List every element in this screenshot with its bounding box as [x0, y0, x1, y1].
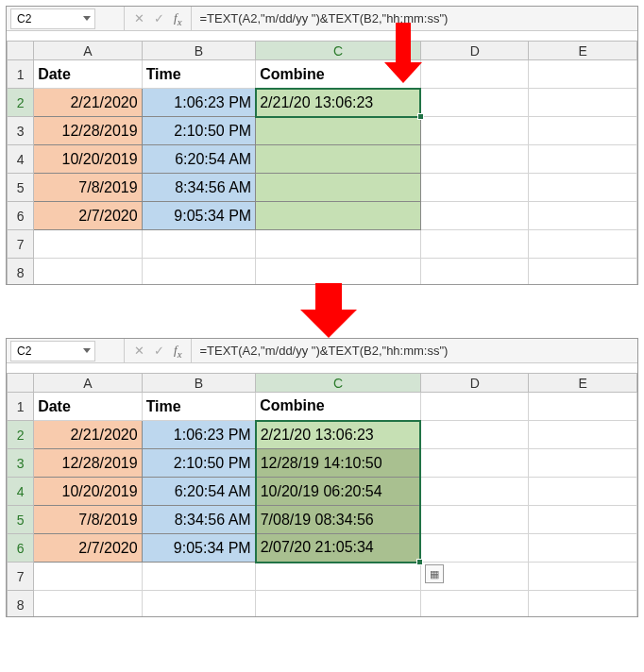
cell[interactable]: [420, 174, 529, 202]
cell[interactable]: [256, 259, 421, 285]
fx-icon[interactable]: fx: [174, 343, 181, 360]
cell[interactable]: 9:05:34 PM: [142, 202, 256, 230]
cell[interactable]: [529, 421, 637, 449]
cell[interactable]: 1:06:23 PM: [142, 89, 256, 117]
cell[interactable]: [529, 393, 637, 421]
cell[interactable]: [529, 591, 637, 617]
cell[interactable]: [529, 259, 637, 285]
autofill-options-icon[interactable]: ▦: [425, 564, 444, 583]
cell[interactable]: [420, 506, 529, 534]
cell[interactable]: [256, 145, 421, 174]
cell[interactable]: 7/8/2019: [34, 506, 143, 534]
spreadsheet-grid[interactable]: A B C D E 1 Date Time Combine 2 2/21/202…: [7, 41, 637, 284]
check-icon[interactable]: ✓: [154, 11, 164, 25]
row-header[interactable]: 5: [8, 506, 34, 534]
cell[interactable]: [34, 591, 143, 617]
check-icon[interactable]: ✓: [154, 344, 164, 358]
cancel-icon[interactable]: ✕: [134, 344, 144, 358]
cell[interactable]: [256, 230, 421, 259]
grid-area-bottom[interactable]: A B C D E 1 Date Time Combine 2 2/21/202…: [7, 373, 637, 616]
cell[interactable]: [420, 145, 529, 174]
cell[interactable]: [529, 145, 637, 174]
cell[interactable]: [420, 89, 529, 117]
cell[interactable]: [34, 259, 143, 285]
cell[interactable]: 2/21/2020: [34, 89, 143, 117]
col-header-A[interactable]: A: [34, 42, 143, 60]
row-header[interactable]: 5: [8, 174, 34, 202]
cell[interactable]: [256, 117, 421, 145]
cell[interactable]: [420, 259, 529, 285]
cell[interactable]: 2/07/20 21:05:34: [256, 534, 421, 563]
row-header[interactable]: 6: [8, 202, 34, 230]
cell[interactable]: [142, 563, 256, 591]
cell[interactable]: 2/7/2020: [34, 534, 143, 563]
cell[interactable]: [529, 117, 637, 145]
cell[interactable]: [420, 449, 529, 478]
cell[interactable]: [142, 591, 256, 617]
cell[interactable]: 2/7/2020: [34, 202, 143, 230]
active-cell[interactable]: 2/21/20 13:06:23: [256, 89, 421, 117]
cell[interactable]: [529, 534, 637, 563]
col-header-D[interactable]: D: [420, 42, 529, 60]
cell[interactable]: [529, 506, 637, 534]
row-header[interactable]: 4: [8, 145, 34, 174]
cell[interactable]: 2/21/20 13:06:23: [256, 421, 421, 449]
name-box[interactable]: C2: [10, 341, 95, 361]
col-header-A[interactable]: A: [34, 374, 143, 393]
row-header[interactable]: 7: [8, 230, 34, 259]
cell[interactable]: [529, 60, 637, 89]
row-header[interactable]: 3: [8, 449, 34, 478]
cell[interactable]: [420, 591, 529, 617]
row-header[interactable]: 3: [8, 117, 34, 145]
dropdown-icon[interactable]: [83, 16, 91, 21]
cell[interactable]: [529, 89, 637, 117]
dropdown-icon[interactable]: [83, 348, 91, 353]
cell[interactable]: 2:10:50 PM: [142, 449, 256, 478]
row-header[interactable]: 7: [8, 563, 34, 591]
col-header-B[interactable]: B: [142, 42, 256, 60]
col-header-B[interactable]: B: [142, 374, 256, 393]
row-header[interactable]: 8: [8, 259, 34, 285]
cell[interactable]: [142, 259, 256, 285]
cell[interactable]: 8:34:56 AM: [142, 506, 256, 534]
cell[interactable]: Combine: [256, 393, 421, 421]
fx-icon[interactable]: fx: [174, 10, 181, 27]
cell[interactable]: Date: [34, 60, 143, 89]
cell[interactable]: 9:05:34 PM: [142, 534, 256, 563]
cell[interactable]: 2/21/2020: [34, 421, 143, 449]
row-header[interactable]: 2: [8, 89, 34, 117]
cell[interactable]: 7/08/19 08:34:56: [256, 506, 421, 534]
col-header-D[interactable]: D: [420, 374, 529, 393]
cell[interactable]: [529, 230, 637, 259]
col-header-E[interactable]: E: [529, 42, 637, 60]
row-header[interactable]: 4: [8, 478, 34, 506]
cell[interactable]: 10/20/2019: [34, 478, 143, 506]
cell[interactable]: [420, 230, 529, 259]
cell[interactable]: 10/20/19 06:20:54: [256, 478, 421, 506]
row-header[interactable]: 2: [8, 421, 34, 449]
cell[interactable]: [529, 563, 637, 591]
cell[interactable]: 6:20:54 AM: [142, 478, 256, 506]
cell[interactable]: 12/28/2019: [34, 449, 143, 478]
cell[interactable]: 1:06:23 PM: [142, 421, 256, 449]
cell[interactable]: [420, 478, 529, 506]
cell[interactable]: [420, 202, 529, 230]
row-header[interactable]: 1: [8, 393, 34, 421]
row-header[interactable]: 6: [8, 534, 34, 563]
cell[interactable]: 12/28/19 14:10:50: [256, 449, 421, 478]
cell[interactable]: 6:20:54 AM: [142, 145, 256, 174]
spreadsheet-grid[interactable]: A B C D E 1 Date Time Combine 2 2/21/202…: [7, 373, 637, 616]
row-header[interactable]: 8: [8, 591, 34, 617]
cell[interactable]: 10/20/2019: [34, 145, 143, 174]
cell[interactable]: [529, 478, 637, 506]
cell[interactable]: [420, 421, 529, 449]
row-header[interactable]: 1: [8, 60, 34, 89]
cell[interactable]: 7/8/2019: [34, 174, 143, 202]
cell[interactable]: [529, 449, 637, 478]
cell[interactable]: Time: [142, 393, 256, 421]
cell[interactable]: 8:34:56 AM: [142, 174, 256, 202]
select-all-button[interactable]: [8, 374, 34, 393]
grid-area-top[interactable]: A B C D E 1 Date Time Combine 2 2/21/202…: [7, 41, 637, 284]
cell[interactable]: 2:10:50 PM: [142, 117, 256, 145]
cell[interactable]: Date: [34, 393, 143, 421]
